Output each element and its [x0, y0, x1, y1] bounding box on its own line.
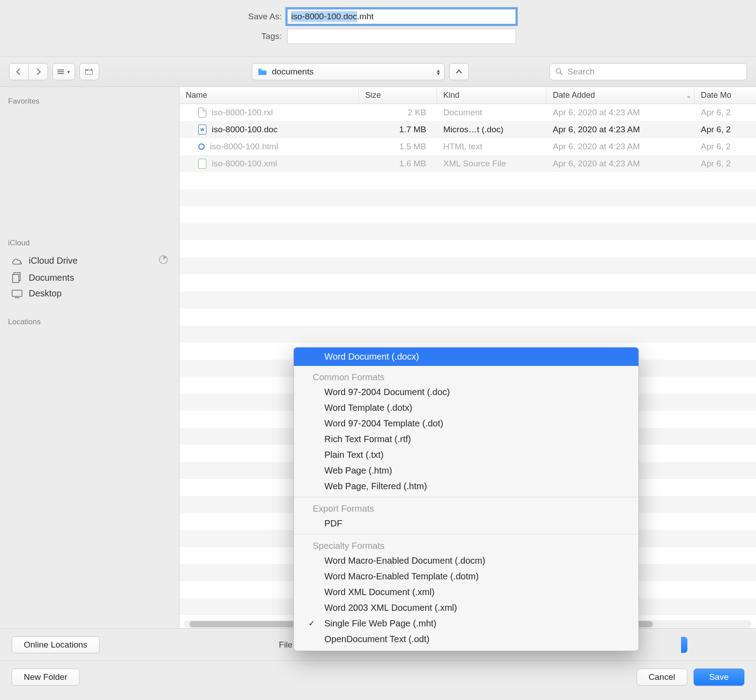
menu-item[interactable]: Word Document (.docx): [294, 348, 638, 366]
sidebar-heading-favorites: Favorites: [0, 94, 179, 110]
file-kind: XML Source File: [437, 159, 546, 169]
file-date-added: Apr 6, 2020 at 4:23 AM: [546, 125, 695, 135]
file-kind: Micros…t (.doc): [437, 125, 546, 135]
sidebar-item-label: iCloud Drive: [29, 256, 78, 266]
chevron-down-icon: ▾: [67, 69, 70, 75]
filename-suffix-text: .mht: [357, 12, 374, 22]
table-row[interactable]: iso-8000-100.html1.5 MBHTML textApr 6, 2…: [179, 138, 756, 155]
options-button[interactable]: [79, 63, 99, 80]
file-size: 1.7 MB: [359, 125, 437, 135]
sidebar-item-documents[interactable]: Documents: [0, 270, 179, 286]
sidebar-heading-icloud: iCloud: [0, 236, 179, 252]
updown-chevron-icon: ▴▾: [437, 69, 440, 75]
svg-rect-11: [12, 290, 22, 296]
file-kind: Document: [437, 108, 546, 117]
sidebar-item-icloud-drive[interactable]: iCloud Drive: [0, 252, 179, 270]
desktop-icon: [11, 289, 23, 298]
column-header-date-added[interactable]: Date Added ⌄: [546, 87, 695, 104]
menu-item[interactable]: ✓Single File Web Page (.mht): [294, 616, 638, 631]
view-options-button[interactable]: ▾: [52, 63, 75, 80]
back-button[interactable]: [9, 63, 29, 80]
menu-item[interactable]: Rich Text Format (.rtf): [294, 431, 638, 447]
table-row[interactable]: Wiso-8000-100.doc1.7 MBMicros…t (.doc)Ap…: [179, 121, 756, 138]
column-header-size[interactable]: Size: [359, 87, 437, 104]
column-header-kind[interactable]: Kind: [437, 87, 546, 104]
sidebar-item-label: Desktop: [29, 288, 61, 299]
file-name: iso-8000-100.rxl: [212, 108, 273, 117]
menu-section-header: Common Formats: [294, 370, 638, 384]
file-format-dropdown-edge[interactable]: [681, 637, 687, 653]
sidebar-item-desktop[interactable]: Desktop: [0, 286, 179, 301]
sidebar: Favorites iCloud iCloud Drive Documents …: [0, 87, 179, 628]
search-icon: [555, 68, 563, 76]
menu-item[interactable]: Word 2003 XML Document (.xml): [294, 600, 638, 616]
file-date-added: Apr 6, 2020 at 4:23 AM: [546, 108, 695, 117]
file-date-modified: Apr 6, 2: [695, 125, 756, 135]
tags-input[interactable]: [287, 29, 516, 44]
forward-button[interactable]: [29, 63, 48, 80]
save-as-section: Save As: iso-8000-100.doc.mht Tags:: [0, 0, 756, 57]
folder-options-icon: [85, 68, 93, 76]
horizontal-scrollbar-thumb[interactable]: [189, 621, 297, 627]
menu-item[interactable]: Word Macro-Enabled Document (.docm): [294, 553, 638, 569]
save-as-label: Save As:: [0, 12, 287, 22]
cloud-icon: [11, 257, 23, 265]
svg-line-7: [560, 73, 562, 75]
empty-row: [179, 240, 756, 257]
column-header-date-modified[interactable]: Date Mo: [695, 87, 756, 104]
chevron-up-icon: [455, 68, 463, 76]
table-row[interactable]: iso-8000-100.rxl2 KBDocumentApr 6, 2020 …: [179, 104, 756, 121]
svg-point-6: [556, 69, 560, 73]
sidebar-item-label: Documents: [29, 273, 74, 283]
chevron-right-icon: [34, 68, 42, 76]
empty-row: [179, 206, 756, 223]
file-date-added: Apr 6, 2020 at 4:23 AM: [546, 159, 695, 169]
column-header-name[interactable]: Name: [179, 87, 359, 104]
menu-item[interactable]: Word 97-2004 Template (.dot): [294, 416, 638, 431]
file-date-modified: Apr 6, 2: [695, 159, 756, 169]
empty-row: [179, 274, 756, 291]
menu-item[interactable]: Plain Text (.txt): [294, 447, 638, 463]
empty-row: [179, 309, 756, 326]
file-format-menu[interactable]: Word Document (.docx) Common Formats Wor…: [293, 347, 639, 651]
table-row[interactable]: iso-8000-100.xml1.6 MBXML Source FileApr…: [179, 155, 756, 172]
new-folder-button[interactable]: New Folder: [12, 669, 79, 686]
file-name: iso-8000-100.doc: [212, 125, 278, 135]
collapse-button[interactable]: [449, 63, 469, 80]
menu-item[interactable]: Word Macro-Enabled Template (.dotm): [294, 569, 638, 584]
menu-item[interactable]: Web Page, Filtered (.htm): [294, 478, 638, 494]
menu-item[interactable]: OpenDocument Text (.odt): [294, 631, 638, 647]
file-size: 1.5 MB: [359, 142, 437, 152]
progress-pie-icon: [158, 255, 168, 267]
empty-row: [179, 189, 756, 206]
location-popup[interactable]: documents ▴▾: [252, 63, 445, 80]
action-bar: New Folder Cancel Save: [0, 661, 756, 693]
column-headers: Name Size Kind Date Added ⌄ Date Mo: [179, 87, 756, 104]
empty-row: [179, 223, 756, 240]
save-button[interactable]: Save: [694, 669, 744, 686]
menu-item[interactable]: Word XML Document (.xml): [294, 584, 638, 600]
online-locations-button[interactable]: Online Locations: [12, 636, 100, 653]
save-as-input[interactable]: iso-8000-100.doc.mht: [287, 9, 516, 24]
menu-divider: [294, 497, 638, 497]
search-box[interactable]: [550, 63, 747, 80]
checkmark-icon: ✓: [308, 618, 315, 628]
svg-rect-10: [13, 274, 19, 283]
file-date-modified: Apr 6, 2: [695, 142, 756, 152]
file-date-added: Apr 6, 2020 at 4:23 AM: [546, 142, 695, 152]
empty-row: [179, 291, 756, 309]
file-size: 2 KB: [359, 108, 437, 117]
search-input[interactable]: [568, 67, 741, 77]
sidebar-heading-locations: Locations: [0, 315, 179, 331]
menu-item[interactable]: PDF: [294, 516, 638, 531]
menu-item[interactable]: Word Template (.dotx): [294, 400, 638, 416]
menu-item[interactable]: Word 97-2004 Document (.doc): [294, 384, 638, 400]
menu-item[interactable]: Web Page (.htm): [294, 463, 638, 478]
file-date-modified: Apr 6, 2: [695, 108, 756, 117]
file-size: 1.6 MB: [359, 159, 437, 169]
menu-section-header: Export Formats: [294, 501, 638, 516]
filename-selected-text: iso-8000-100.doc: [291, 11, 357, 22]
cancel-button[interactable]: Cancel: [637, 669, 687, 686]
file-name: iso-8000-100.html: [210, 142, 278, 152]
empty-row: [179, 172, 756, 189]
